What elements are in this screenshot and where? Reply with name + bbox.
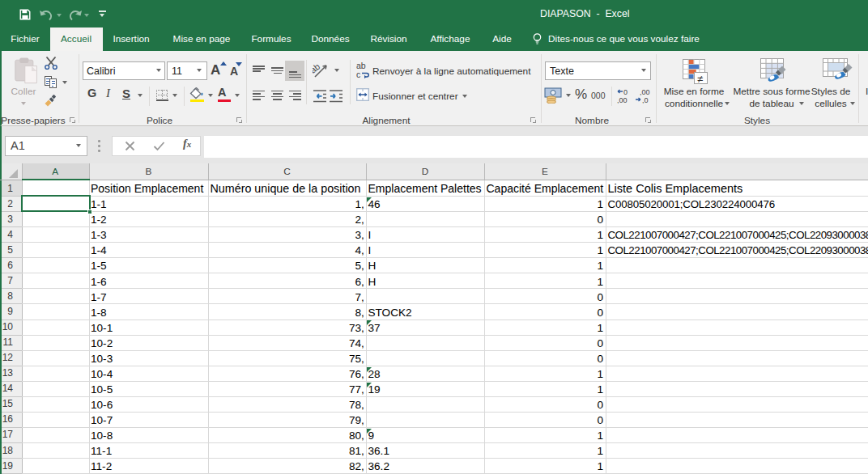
svg-text:ab: ab (313, 62, 321, 75)
svg-text:c: c (356, 70, 360, 79)
svg-text:,00: ,00 (617, 96, 628, 104)
svg-text:0: 0 (623, 88, 628, 96)
svg-text:≠: ≠ (697, 72, 703, 84)
